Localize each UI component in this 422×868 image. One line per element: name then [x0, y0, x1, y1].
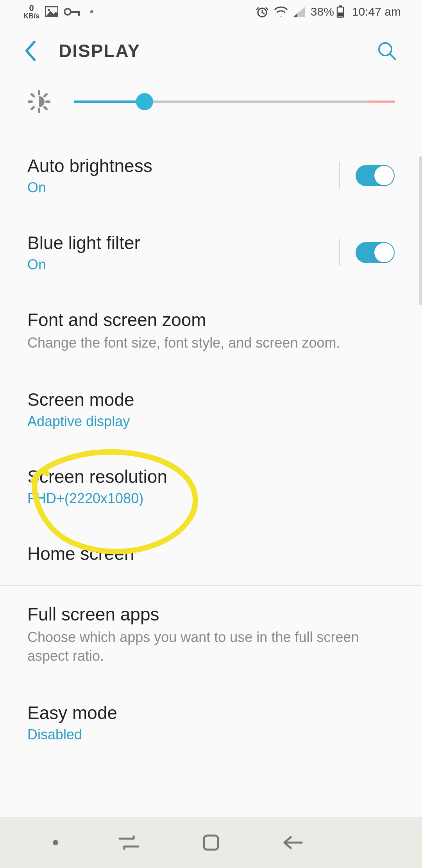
svg-rect-4	[78, 11, 80, 16]
item-status: Adaptive display	[27, 413, 395, 430]
svg-line-17	[45, 107, 46, 109]
back-button[interactable]	[23, 40, 43, 61]
svg-line-10	[390, 54, 395, 59]
brightness-icon	[27, 90, 51, 113]
item-screen-resolution[interactable]: Screen resolution FHD+(868x422)	[0, 448, 422, 525]
battery-icon	[336, 5, 344, 18]
clock-time: 10:47 am	[352, 5, 401, 18]
status-right: 38% 10:47 am	[256, 5, 406, 18]
app-header: DISPLAY	[0, 23, 422, 78]
item-screen-mode[interactable]: Screen mode Adaptive display	[0, 371, 422, 448]
item-title: Font and screen zoom	[27, 309, 395, 330]
nav-dot-indicator	[53, 840, 58, 845]
vpn-key-icon	[64, 7, 81, 16]
item-easy-mode[interactable]: Easy mode Disabled	[0, 684, 422, 751]
settings-list: Auto brightness On Blue light filter On	[0, 137, 422, 751]
slider-track-filled	[74, 100, 145, 103]
toggle-knob	[374, 243, 394, 262]
status-bar: 0 KB/s 38% 10:47 am	[0, 0, 422, 23]
svg-line-16	[32, 94, 34, 96]
svg-point-2	[64, 9, 71, 15]
back-nav-button[interactable]	[281, 831, 305, 854]
item-title: Home screen	[27, 543, 395, 564]
item-title: Blue light filter	[27, 232, 339, 253]
item-status: On	[27, 179, 339, 196]
item-description: Change the font size, font style, and sc…	[27, 334, 395, 353]
item-title: Easy mode	[27, 702, 395, 723]
svg-line-19	[32, 107, 34, 109]
battery-percentage: 38%	[311, 5, 334, 18]
page-title: DISPLAY	[59, 40, 375, 61]
item-blue-light-filter[interactable]: Blue light filter On	[0, 214, 422, 291]
brightness-row	[0, 78, 422, 137]
navigation-bar	[0, 817, 422, 868]
search-button[interactable]	[375, 41, 399, 61]
network-speed-indicator: 0 KB/s	[23, 4, 39, 20]
auto-brightness-toggle[interactable]	[356, 165, 395, 186]
image-icon	[45, 6, 58, 17]
svg-rect-7	[339, 5, 342, 7]
item-font-zoom[interactable]: Font and screen zoom Change the font siz…	[0, 291, 422, 371]
wifi-icon	[274, 6, 288, 17]
item-title: Screen resolution	[27, 466, 395, 487]
item-status: Disabled	[27, 726, 395, 743]
signal-icon	[293, 7, 305, 17]
brightness-slider[interactable]	[74, 94, 395, 109]
item-title: Auto brightness	[27, 155, 339, 176]
svg-rect-8	[338, 13, 343, 16]
network-speed-unit: KB/s	[23, 13, 39, 20]
blue-light-toggle[interactable]	[356, 242, 395, 263]
vertical-divider	[339, 162, 340, 189]
item-title: Screen mode	[27, 389, 395, 410]
toggle-container	[339, 162, 395, 189]
svg-rect-20	[204, 836, 218, 850]
item-title: Full screen apps	[27, 604, 395, 625]
item-description: Choose which apps you want to use in the…	[27, 628, 395, 666]
recents-button[interactable]	[117, 831, 141, 854]
toggle-knob	[374, 166, 394, 185]
item-auto-brightness[interactable]: Auto brightness On	[0, 137, 422, 214]
alarm-icon	[256, 5, 268, 18]
slider-thumb[interactable]	[136, 93, 153, 110]
svg-line-18	[45, 94, 46, 96]
item-status: On	[27, 256, 339, 273]
svg-point-1	[48, 9, 50, 11]
status-left: 0 KB/s	[23, 4, 99, 20]
scroll-indicator	[419, 156, 422, 305]
slider-track-warn	[369, 100, 395, 103]
item-status: FHD+(868x422)	[27, 490, 395, 507]
home-button[interactable]	[199, 831, 223, 854]
toggle-container	[339, 239, 395, 266]
dot-indicator	[90, 10, 93, 13]
network-speed-value: 0	[29, 4, 34, 13]
item-full-screen-apps[interactable]: Full screen apps Choose which apps you w…	[0, 586, 422, 684]
slider-track-empty	[145, 100, 369, 103]
vertical-divider	[339, 239, 340, 266]
settings-content: Auto brightness On Blue light filter On	[0, 78, 422, 751]
item-home-screen[interactable]: Home screen	[0, 525, 422, 586]
